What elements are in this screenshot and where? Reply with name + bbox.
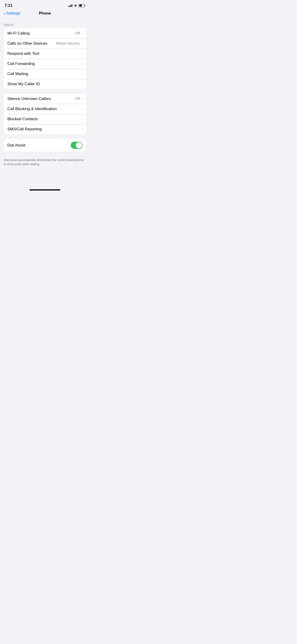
- respond-with-text-label: Respond with Text: [7, 51, 39, 56]
- chevron-right-icon: ›: [81, 32, 82, 35]
- calls-other-devices-label: Calls on Other Devices: [7, 41, 48, 46]
- back-chevron-icon: ‹: [4, 11, 5, 16]
- chevron-right-icon: ›: [81, 42, 82, 45]
- wifi-calling-value: Off: [75, 31, 80, 36]
- dial-assist-description: Dial assist automatically determines the…: [0, 156, 90, 166]
- call-blocking-row[interactable]: Call Blocking & Identification ›: [4, 104, 86, 114]
- blocked-contacts-row[interactable]: Blocked Contacts ›: [4, 114, 86, 124]
- call-forwarding-row[interactable]: Call Forwarding ›: [4, 59, 86, 69]
- status-bar: 7:11: [0, 0, 90, 9]
- battery-icon: [79, 4, 85, 7]
- home-indicator: [0, 185, 90, 192]
- dial-assist-group: Dial Assist: [4, 139, 86, 152]
- show-caller-id-label: Show My Caller ID: [7, 82, 40, 86]
- call-waiting-row[interactable]: Call Waiting ›: [4, 69, 86, 79]
- silence-unknown-label: Silence Unknown Callers: [7, 96, 51, 101]
- silence-unknown-value: Off: [75, 96, 80, 101]
- respond-with-text-row[interactable]: Respond with Text ›: [4, 48, 86, 59]
- wifi-calling-label: Wi-Fi Calling: [7, 31, 30, 36]
- signal-icon: [68, 4, 72, 7]
- sms-reporting-row[interactable]: SMS/Call Reporting ›: [4, 124, 86, 134]
- blocking-settings-group: Silence Unknown Callers Off › Call Block…: [4, 94, 86, 134]
- toggle-thumb: [76, 142, 82, 148]
- show-caller-id-row[interactable]: Show My Caller ID ›: [4, 79, 86, 89]
- blocking-section: Silence Unknown Callers Off › Call Block…: [0, 94, 90, 134]
- call-forwarding-label: Call Forwarding: [7, 62, 35, 66]
- call-waiting-label: Call Waiting: [7, 72, 28, 76]
- page-title: Phone: [39, 11, 51, 16]
- chevron-right-icon: ›: [81, 107, 82, 111]
- calls-other-devices-value: When Nearby: [56, 41, 80, 46]
- chevron-right-icon: ›: [81, 117, 82, 121]
- back-label: Settings: [6, 11, 20, 16]
- chevron-right-icon: ›: [81, 72, 82, 76]
- sms-reporting-label: SMS/Call Reporting: [7, 127, 42, 132]
- chevron-right-icon: ›: [81, 97, 82, 101]
- sms-reporting-right: ›: [81, 127, 82, 131]
- status-icons: [68, 4, 85, 7]
- calls-other-devices-row[interactable]: Calls on Other Devices When Nearby ›: [4, 38, 86, 48]
- dial-assist-toggle[interactable]: [71, 142, 82, 149]
- calls-settings-group: Wi-Fi Calling Off › Calls on Other Devic…: [4, 28, 86, 89]
- chevron-right-icon: ›: [81, 82, 82, 86]
- calls-section: CALLS Wi-Fi Calling Off › Calls on Other…: [0, 18, 90, 89]
- call-blocking-label: Call Blocking & Identification: [7, 107, 57, 111]
- call-blocking-right: ›: [81, 107, 82, 111]
- back-button[interactable]: ‹ Settings: [4, 11, 20, 16]
- dial-assist-section: Dial Assist Dial assist automatically de…: [0, 139, 90, 166]
- silence-unknown-row[interactable]: Silence Unknown Callers Off ›: [4, 94, 86, 104]
- silence-unknown-right: Off ›: [75, 96, 82, 101]
- chevron-right-icon: ›: [81, 52, 82, 56]
- calls-other-devices-right: When Nearby ›: [56, 41, 82, 46]
- show-caller-id-right: ›: [81, 82, 82, 86]
- nav-bar: ‹ Settings Phone: [0, 9, 90, 18]
- call-forwarding-right: ›: [81, 62, 82, 66]
- status-time: 7:11: [4, 3, 12, 8]
- calls-section-label: CALLS: [0, 18, 90, 28]
- dial-assist-label: Dial Assist: [7, 143, 25, 148]
- wifi-calling-right: Off ›: [75, 31, 82, 36]
- wifi-icon: [74, 4, 77, 7]
- wifi-calling-row[interactable]: Wi-Fi Calling Off ›: [4, 28, 86, 38]
- chevron-right-icon: ›: [81, 127, 82, 131]
- home-bar: [30, 189, 60, 190]
- chevron-right-icon: ›: [81, 62, 82, 66]
- blocked-contacts-label: Blocked Contacts: [7, 117, 38, 122]
- dial-assist-row[interactable]: Dial Assist: [4, 139, 86, 152]
- call-waiting-right: ›: [81, 72, 82, 76]
- blocked-contacts-right: ›: [81, 117, 82, 121]
- respond-with-text-right: ›: [81, 52, 82, 56]
